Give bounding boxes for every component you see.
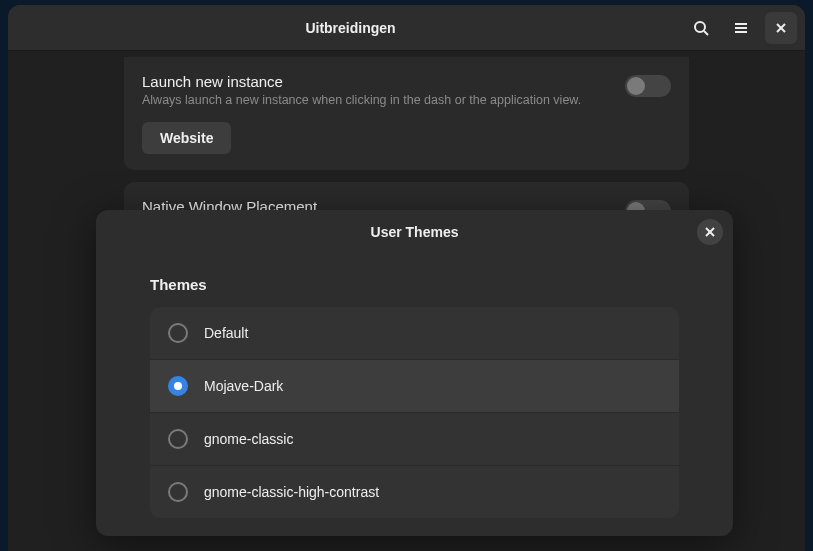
theme-option-default[interactable]: Default	[150, 307, 679, 360]
dialog-title: User Themes	[106, 224, 723, 240]
extension-toggle[interactable]	[625, 75, 671, 97]
svg-point-0	[695, 22, 705, 32]
titlebar-actions	[685, 12, 797, 44]
theme-label: gnome-classic	[204, 431, 293, 447]
search-button[interactable]	[685, 12, 717, 44]
theme-option-gnome-classic[interactable]: gnome-classic	[150, 413, 679, 466]
theme-option-gnome-classic-high-contrast[interactable]: gnome-classic-high-contrast	[150, 466, 679, 518]
radio-button	[168, 429, 188, 449]
extension-header: Launch new instance Always launch a new …	[142, 73, 671, 110]
dialog-titlebar: User Themes	[96, 210, 733, 254]
window-close-button[interactable]	[765, 12, 797, 44]
close-icon	[775, 22, 787, 34]
toggle-knob	[627, 77, 645, 95]
user-themes-dialog: User Themes Themes Default Mojave-Dark g…	[96, 210, 733, 536]
radio-button	[168, 482, 188, 502]
theme-label: Default	[204, 325, 248, 341]
theme-label: gnome-classic-high-contrast	[204, 484, 379, 500]
dialog-body: Themes Default Mojave-Dark gnome-classic…	[96, 254, 733, 536]
svg-line-1	[704, 31, 708, 35]
dialog-close-button[interactable]	[697, 219, 723, 245]
radio-button	[168, 376, 188, 396]
theme-list: Default Mojave-Dark gnome-classic gnome-…	[150, 307, 679, 518]
theme-label: Mojave-Dark	[204, 378, 283, 394]
extension-description: Always launch a new instance when clicki…	[142, 92, 613, 110]
close-icon	[705, 227, 715, 237]
website-button[interactable]: Website	[142, 122, 231, 154]
menu-button[interactable]	[725, 12, 757, 44]
radio-button	[168, 323, 188, 343]
extension-info: Launch new instance Always launch a new …	[142, 73, 613, 110]
titlebar: Uitbreidingen	[8, 5, 805, 51]
search-icon	[693, 20, 709, 36]
extension-card: Launch new instance Always launch a new …	[124, 57, 689, 170]
window-title: Uitbreidingen	[16, 20, 685, 36]
theme-option-mojave-dark[interactable]: Mojave-Dark	[150, 360, 679, 413]
extension-title: Launch new instance	[142, 73, 613, 90]
hamburger-icon	[733, 20, 749, 36]
extensions-window: Uitbreidingen Launch new instance Always…	[8, 5, 805, 551]
themes-heading: Themes	[150, 276, 679, 293]
